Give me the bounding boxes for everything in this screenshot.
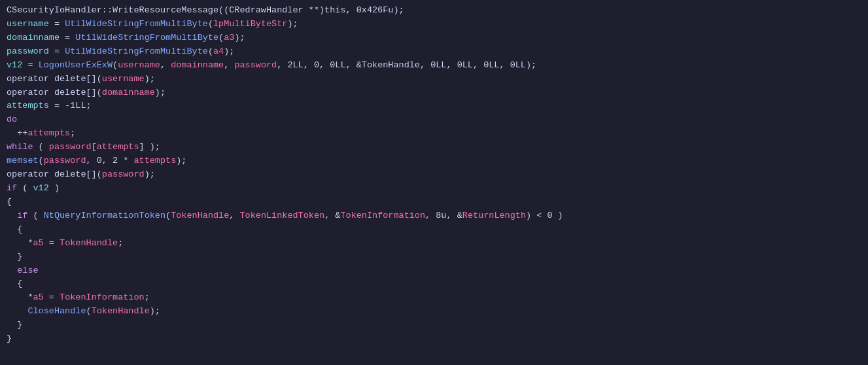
code-line: CloseHandle(TokenHandle); xyxy=(7,305,861,319)
code-line: username = UtilWideStringFromMultiByte(l… xyxy=(7,18,861,31)
code-token: domainname xyxy=(102,88,155,97)
code-line: domainname = UtilWideStringFromMultiByte… xyxy=(7,31,861,45)
code-line: operator delete[](username); xyxy=(7,73,861,86)
code-token: ++ xyxy=(7,128,27,138)
code-token: TokenLinkedToken xyxy=(240,211,325,220)
code-token: ) < 0 ) xyxy=(526,211,563,220)
code-line: { xyxy=(7,196,861,209)
code-token: , xyxy=(229,211,239,220)
code-token: if xyxy=(7,183,17,193)
code-token: password xyxy=(49,142,92,152)
code-token: ; xyxy=(70,128,75,138)
code-token: TokenHandle xyxy=(60,238,118,248)
code-token: CSecurityIoHandler::WriteResourceMessage… xyxy=(7,5,404,15)
code-line: else xyxy=(7,264,861,278)
code-token: do xyxy=(7,114,17,124)
code-token: ); xyxy=(155,88,165,97)
code-token: NtQueryInformationToken xyxy=(44,211,165,220)
code-token: { xyxy=(7,224,22,234)
code-token: , & xyxy=(324,211,340,220)
code-token: ( xyxy=(208,19,213,29)
code-token: memset xyxy=(7,156,39,165)
code-token: ( xyxy=(208,46,213,56)
code-token: a5 xyxy=(33,238,44,248)
code-token: LogonUserExExW xyxy=(39,60,113,70)
code-line: *a5 = TokenHandle; xyxy=(7,237,861,251)
code-token: ] ); xyxy=(139,142,160,152)
code-token: { xyxy=(7,197,12,207)
code-token: ); xyxy=(287,19,298,29)
code-line: operator delete[](password); xyxy=(7,168,861,182)
code-token xyxy=(7,211,17,220)
code-token: a3 xyxy=(224,33,234,43)
code-token xyxy=(7,306,27,316)
code-token: attempts xyxy=(7,101,49,111)
code-token: = xyxy=(44,292,60,302)
code-line: password = UtilWideStringFromMultiByte(a… xyxy=(7,45,861,59)
code-token: ( xyxy=(27,211,43,220)
code-token: v12 xyxy=(7,60,22,70)
code-token: } xyxy=(7,252,22,262)
code-token: v12 xyxy=(33,183,49,193)
code-token: * xyxy=(7,238,33,248)
code-token: ( xyxy=(86,306,92,316)
code-line: } xyxy=(7,251,861,264)
code-token: { xyxy=(7,279,22,288)
code-token: UtilWideStringFromMultiByte xyxy=(75,33,218,43)
code-token: = -1LL; xyxy=(49,101,92,111)
code-token: ; xyxy=(118,238,123,248)
code-token: ); xyxy=(176,156,186,165)
code-token: operator delete[]( xyxy=(7,169,102,179)
code-token: a5 xyxy=(33,292,44,302)
code-token: ( xyxy=(17,183,33,193)
code-token: lpMultiByteStr xyxy=(213,19,287,29)
code-token: password xyxy=(44,156,86,165)
code-line: CSecurityIoHandler::WriteResourceMessage… xyxy=(7,4,861,18)
code-token: ); xyxy=(224,46,234,56)
code-line: memset(password, 0, 2 * attempts); xyxy=(7,154,861,168)
code-token: username xyxy=(7,19,49,29)
code-token: ); xyxy=(145,74,155,84)
code-token: UtilWideStringFromMultiByte xyxy=(65,19,208,29)
code-token: operator delete[]( xyxy=(7,74,102,84)
code-token: CloseHandle xyxy=(27,306,86,316)
code-token: TokenInformation xyxy=(340,211,425,220)
code-token xyxy=(7,266,17,275)
code-token: , 0, 2 * xyxy=(86,156,134,165)
code-token: ( xyxy=(39,156,44,165)
code-token: } xyxy=(7,334,12,343)
code-token: ) xyxy=(49,183,60,193)
code-token: , xyxy=(160,60,171,70)
code-token: if xyxy=(17,211,27,220)
code-token: TokenInformation xyxy=(60,292,145,302)
code-token: , xyxy=(224,60,234,70)
code-token: attempts xyxy=(133,156,176,165)
code-token: operator delete[]( xyxy=(7,88,102,97)
code-token: TokenHandle xyxy=(92,306,150,316)
code-token: domainname xyxy=(171,60,224,70)
code-line: ++attempts; xyxy=(7,127,861,141)
code-token: domainname xyxy=(7,33,60,43)
code-token: = xyxy=(49,46,65,56)
code-token: else xyxy=(17,266,38,275)
code-token: ); xyxy=(234,33,245,43)
code-token: UtilWideStringFromMultiByte xyxy=(65,46,208,56)
code-line: if ( NtQueryInformationToken(TokenHandle… xyxy=(7,209,861,223)
code-line: } xyxy=(7,319,861,332)
code-token: username xyxy=(102,74,145,84)
code-token: ( xyxy=(113,60,118,70)
code-token: ); xyxy=(145,169,155,179)
code-line: } xyxy=(7,332,861,346)
code-line: v12 = LogonUserExExW(username, domainnam… xyxy=(7,59,861,73)
code-token: ReturnLength xyxy=(462,211,526,220)
code-line: attempts = -1LL; xyxy=(7,99,861,113)
code-token: , 8u, & xyxy=(425,211,462,220)
code-token: attempts xyxy=(97,142,139,152)
code-token: } xyxy=(7,320,22,330)
code-line: do xyxy=(7,113,861,127)
code-token: password xyxy=(102,169,145,179)
code-token: ; xyxy=(145,292,150,302)
code-token: password xyxy=(7,46,49,56)
code-token: ( xyxy=(165,211,171,220)
code-token: TokenHandle xyxy=(171,211,229,220)
